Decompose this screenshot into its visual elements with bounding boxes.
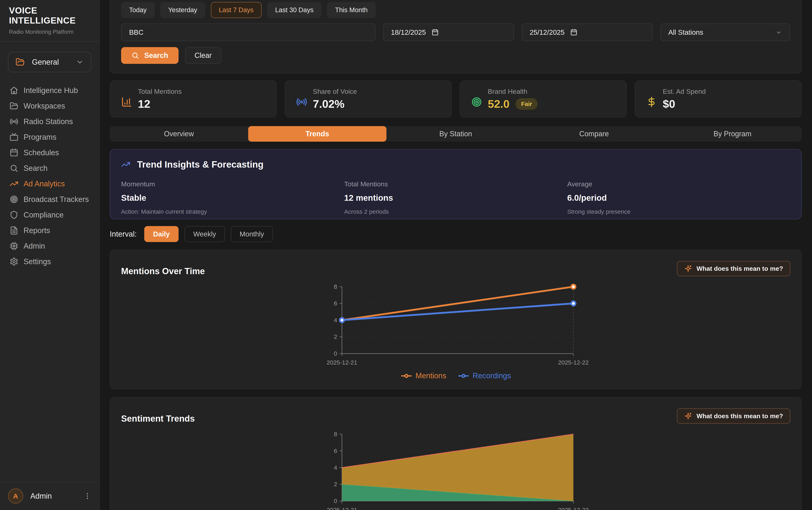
legend-item-mentions[interactable]: Mentions (400, 371, 446, 380)
folder-open-icon (9, 102, 18, 110)
mentions-line-chart: 024682025-12-212025-12-22 (318, 282, 593, 370)
insight-note: Strong steady presence (567, 208, 790, 215)
search-button-label: Search (144, 51, 168, 60)
insight-note: Across 2 periods (344, 208, 567, 215)
sidebar-item-label: Compliance (24, 211, 64, 219)
line-marker-icon (458, 373, 469, 378)
svg-text:0: 0 (334, 498, 337, 504)
tv-icon (9, 133, 18, 141)
radio-waves-icon (9, 117, 18, 126)
preset-this-month-button[interactable]: This Month (327, 2, 375, 18)
interval-daily-button[interactable]: Daily (144, 226, 179, 242)
filter-fields-row: BBC 18/12/2025 25/12/2025 All Stations (121, 24, 790, 41)
sidebar-item-intelligence-hub[interactable]: Intelligence Hub (0, 83, 99, 98)
sidebar-item-workspaces[interactable]: Workspaces (0, 98, 99, 114)
sidebar-item-label: Workspaces (24, 102, 65, 110)
sidebar-item-search[interactable]: Search (0, 161, 99, 176)
sidebar-item-label: Schedules (24, 148, 59, 157)
insight-momentum: Momentum Stable Action: Maintain current… (121, 180, 344, 215)
insight-note: Action: Maintain current strategy (121, 208, 344, 215)
preset-last-30-days-button[interactable]: Last 30 Days (267, 2, 322, 18)
legend-item-recordings[interactable]: Recordings (458, 371, 511, 380)
sidebar-item-label: Intelligence Hub (24, 86, 78, 95)
legend-label: Mentions (415, 371, 446, 380)
tab-by-station[interactable]: By Station (386, 126, 525, 142)
keyword-search-input[interactable]: BBC (121, 24, 375, 41)
trending-up-icon (9, 179, 18, 188)
ai-explain-button[interactable]: What does this mean to me? (677, 261, 790, 276)
calendar-icon[interactable] (570, 29, 577, 36)
sidebar-item-reports[interactable]: Reports (0, 223, 99, 238)
interval-monthly-button[interactable]: Monthly (231, 226, 273, 242)
sidebar-item-compliance[interactable]: Compliance (0, 207, 99, 223)
preset-last-7-days-button[interactable]: Last 7 Days (211, 2, 262, 18)
sidebar-item-settings[interactable]: Settings (0, 254, 99, 270)
sidebar-item-radio-stations[interactable]: Radio Stations (0, 114, 99, 129)
more-options-icon[interactable] (83, 492, 91, 500)
app-subtitle: Radio Monitoring Platform (9, 29, 90, 35)
interval-weekly-button[interactable]: Weekly (184, 226, 225, 242)
clear-button[interactable]: Clear (185, 47, 221, 64)
date-from-value: 18/12/2025 (391, 28, 426, 36)
svg-text:6: 6 (334, 300, 337, 307)
workspace-selector[interactable]: General (8, 52, 91, 72)
svg-text:2025-12-21: 2025-12-21 (327, 359, 357, 366)
stat-card-total-mentions: Total Mentions 12 (110, 80, 277, 117)
sidebar-item-label: Ad Analytics (24, 179, 65, 188)
mentions-over-time-card: Mentions Over Time What does this mean t… (110, 250, 802, 389)
station-select[interactable]: All Stations (660, 24, 790, 41)
preset-yesterday-button[interactable]: Yesterday (160, 2, 205, 18)
date-to-value: 25/12/2025 (530, 28, 564, 36)
preset-today-button[interactable]: Today (121, 2, 155, 18)
tab-compare[interactable]: Compare (525, 126, 663, 142)
tab-by-program[interactable]: By Program (663, 126, 802, 142)
insight-total-mentions: Total Mentions 12 mentions Across 2 peri… (344, 180, 567, 215)
chart-title: Sentiment Trends (121, 414, 195, 424)
sidebar-item-ad-analytics[interactable]: Ad Analytics (0, 176, 99, 192)
calendar-icon[interactable] (432, 29, 439, 36)
sidebar-item-label: Radio Stations (24, 117, 73, 126)
sparkles-icon (684, 412, 692, 420)
sentiment-trends-card: Sentiment Trends What does this mean to … (110, 397, 802, 510)
ai-explain-button[interactable]: What does this mean to me? (677, 408, 790, 424)
trend-insights-panel: Trend Insights & Forecasting Momentum St… (110, 149, 802, 219)
sidebar-item-admin[interactable]: Admin (0, 238, 99, 254)
stat-label: Share of Voice (313, 88, 357, 95)
avatar: A (8, 488, 23, 504)
sidebar-item-broadcast-trackers[interactable]: Broadcast Trackers (0, 192, 99, 207)
workspace-label: General (32, 58, 76, 66)
stat-card-est-ad-spend: Est. Ad Spend $0 (635, 80, 802, 117)
sidebar-nav: Intelligence Hub Workspaces Radio Statio… (0, 83, 99, 270)
sentiment-area-chart: 024682025-12-212025-12-22 (318, 429, 593, 510)
cpu-icon (9, 242, 18, 250)
view-tabs: Overview Trends By Station Compare By Pr… (110, 126, 802, 142)
stats-row: Total Mentions 12 Share of Voice 7.02% B… (110, 80, 802, 117)
stat-value: 7.02% (313, 97, 345, 110)
date-to-input[interactable]: 25/12/2025 (522, 24, 653, 41)
sidebar-item-label: Admin (24, 242, 45, 250)
dollar-icon (646, 96, 657, 108)
main-content: Today Yesterday Last 7 Days Last 30 Days… (100, 0, 812, 510)
svg-text:2025-12-22: 2025-12-22 (558, 359, 588, 366)
user-menu[interactable]: A Admin (0, 482, 99, 510)
stat-value: $0 (663, 97, 675, 110)
sidebar-item-label: Programs (24, 133, 56, 141)
stat-card-share-of-voice: Share of Voice 7.02% (285, 80, 452, 117)
chevron-down-icon (775, 29, 782, 36)
tab-overview[interactable]: Overview (110, 126, 248, 142)
line-marker-icon (400, 373, 412, 378)
insight-label: Momentum (121, 180, 344, 188)
stat-label: Brand Health (488, 88, 538, 95)
search-button[interactable]: Search (121, 47, 179, 64)
file-text-icon (9, 226, 18, 235)
date-from-input[interactable]: 18/12/2025 (383, 24, 514, 41)
search-icon (9, 164, 18, 173)
insight-value: 6.0/period (567, 193, 790, 203)
svg-text:2: 2 (334, 481, 337, 487)
shield-icon (9, 210, 18, 219)
filter-panel: Today Yesterday Last 7 Days Last 30 Days… (110, 0, 802, 74)
tab-trends[interactable]: Trends (248, 126, 387, 142)
sidebar-item-programs[interactable]: Programs (0, 129, 99, 145)
stat-label: Total Mentions (138, 88, 181, 95)
sidebar-item-schedules[interactable]: Schedules (0, 145, 99, 161)
